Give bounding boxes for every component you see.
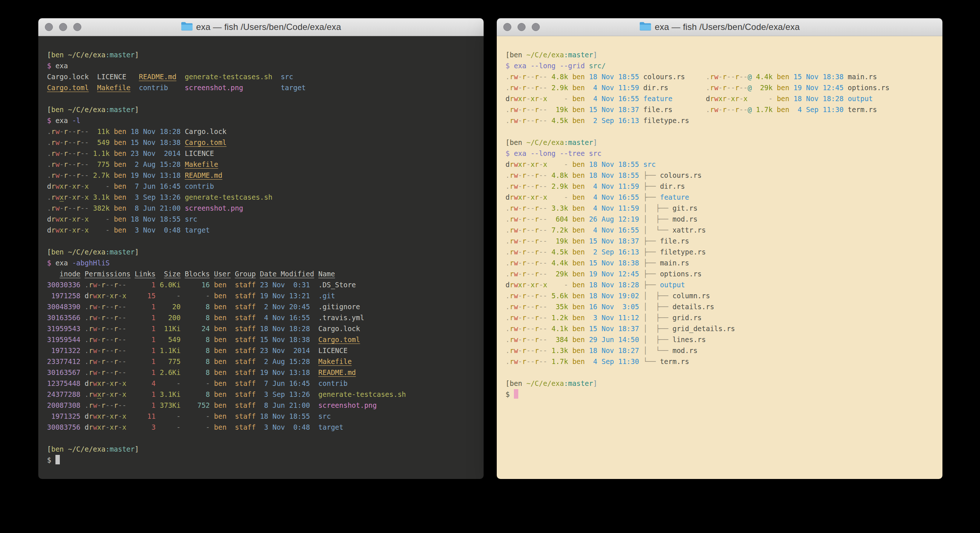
zoom-button[interactable] — [532, 23, 540, 31]
terminal-line: 12375448 drwxr-xr-x 4 - - ben staff 7 Ju… — [47, 378, 475, 389]
terminal-line: $ — [506, 389, 934, 400]
window-title: exa — fish /Users/ben/Code/exa/exa — [196, 22, 341, 32]
terminal-line: 31959544 .rw-r--r-- 1 549 8 ben staff 15… — [47, 334, 475, 345]
terminal-line: drwxr-xr-x - ben 4 Nov 16:55 ├── feature — [506, 191, 934, 203]
terminal-line: .rw-r--r-- 7.2k ben 4 Nov 16:55 │ └── xa… — [506, 225, 934, 235]
terminal-line: .rw-r--r-- 604 ben 26 Aug 12:19 │ ├── mo… — [506, 214, 934, 225]
terminal-line: .rw-r--r-- 4.5k ben 2 Sep 16:13 filetype… — [506, 115, 934, 126]
terminal-line: [ben ~/C/e/exa:master] — [47, 104, 475, 115]
titlebar[interactable]: exa — fish /Users/ben/Code/exa/exa — [497, 18, 942, 36]
terminal-line: .rw-r--r-- 35k ben 16 Nov 3:05 │ ├── det… — [506, 301, 934, 312]
traffic-lights — [503, 23, 540, 31]
terminal-line: .rw-r--r-- 549 ben 15 Nov 18:38 Cargo.to… — [47, 137, 475, 148]
terminal-line: 1971322 .rw-r--r-- 1 1.1Ki 8 ben staff 2… — [47, 345, 475, 356]
text-cursor — [514, 389, 518, 399]
terminal-line: drwxr-xr-x - ben 4 Nov 16:55 feature drw… — [506, 93, 934, 104]
terminal-line: .rw-r--r-- 5.6k ben 18 Nov 19:02 │ ├── c… — [506, 290, 934, 301]
terminal-line: .rw-r--r-- 11k ben 18 Nov 18:28 Cargo.lo… — [47, 126, 475, 137]
terminal-line: [ben ~/C/e/exa:master] — [47, 444, 475, 455]
terminal-line: .rw-r--r-- 775 ben 2 Aug 15:28 Makefile — [47, 159, 475, 170]
terminal-line: drwxr-xr-x - ben 7 Jun 16:45 contrib — [47, 181, 475, 191]
minimize-button[interactable] — [517, 23, 525, 31]
terminal-line: drwxr-xr-x - ben 18 Nov 18:28 ├── output — [506, 279, 934, 290]
terminal-line: drwxr-xr-x - ben 18 Nov 18:55 src — [506, 159, 934, 170]
terminal-line: [ben ~/C/e/exa:master] — [506, 137, 934, 148]
terminal-window-light: exa — fish /Users/ben/Code/exa/exa [ben … — [497, 18, 942, 479]
terminal-line: drwxr-xr-x - ben 3 Nov 0:48 target — [47, 225, 475, 235]
desktop: { "window_title": "exa — fish /Users/ben… — [0, 0, 980, 533]
terminal-line: .rw-r--r-- 4.8k ben 18 Nov 18:55 ├── col… — [506, 170, 934, 181]
terminal-line: Cargo.toml Makefile contrib screenshot.p… — [47, 82, 475, 93]
terminal-line: 30083756 drwxr-xr-x 3 - - ben staff 3 No… — [47, 422, 475, 432]
folder-icon — [181, 22, 192, 32]
terminal-line: $ exa — [47, 60, 475, 71]
folder-icon — [640, 22, 651, 32]
terminal-line: Cargo.lock LICENCE README.md generate-te… — [47, 71, 475, 82]
terminal-line: 20087308 .rw-r--r-- 1 373Ki 752 ben staf… — [47, 400, 475, 411]
terminal-line: 24377288 .rwxr-xr-x 1 3.1Ki 8 ben staff … — [47, 389, 475, 400]
close-button[interactable] — [503, 23, 511, 31]
text-cursor — [56, 455, 60, 464]
terminal-line: .rw-r--r-- 29k ben 19 Nov 12:45 ├── opti… — [506, 268, 934, 279]
terminal-line: 30048390 .rw-r--r-- 1 20 8 ben staff 2 N… — [47, 301, 475, 312]
traffic-lights — [45, 23, 81, 31]
terminal-line: 31959543 .rw-r--r-- 1 11Ki 24 ben staff … — [47, 323, 475, 334]
terminal-line: $ — [47, 455, 475, 466]
terminal-line: .rw-r--r-- 1.3k ben 18 Nov 18:27 │ └── m… — [506, 345, 934, 356]
terminal-line — [47, 432, 475, 444]
terminal-line: drwxr-xr-x - ben 18 Nov 18:55 src — [47, 214, 475, 225]
minimize-button[interactable] — [59, 23, 67, 31]
terminal-line: $ exa --long --grid src/ — [506, 60, 934, 71]
terminal-line: .rw-r--r-- 2.7k ben 19 Nov 13:18 README.… — [47, 170, 475, 181]
terminal-line: 1971325 drwxr-xr-x 11 - - ben staff 18 N… — [47, 411, 475, 422]
terminal-line — [506, 126, 934, 137]
terminal-content-light[interactable]: [ben ~/C/e/exa:master]$ exa --long --gri… — [497, 36, 942, 479]
terminal-line: .rw-r--r-- 1.7k ben 4 Sep 11:30 └── term… — [506, 356, 934, 367]
terminal-line: $ exa --long --tree src — [506, 148, 934, 159]
terminal-line — [506, 367, 934, 378]
terminal-line: .rw-r--r-- 4.8k ben 18 Nov 18:55 colours… — [506, 71, 934, 82]
terminal-line: .rw-r--r-- 4.1k ben 15 Nov 18:37 │ ├── g… — [506, 323, 934, 334]
terminal-line: [ben ~/C/e/exa:master] — [506, 378, 934, 389]
terminal-line: .rw-r--r-- 19k ben 15 Nov 18:37 ├── file… — [506, 235, 934, 246]
terminal-line: 1971258 drwxr-xr-x 15 - - ben staff 19 N… — [47, 290, 475, 301]
terminal-line: 23377412 .rw-r--r-- 1 775 8 ben staff 2 … — [47, 356, 475, 367]
terminal-line: $ exa -abghHliS — [47, 257, 475, 268]
terminal-line — [47, 235, 475, 246]
terminal-line: .rw-r--r-- 382k ben 8 Jun 21:00 screensh… — [47, 203, 475, 214]
terminal-line: [ben ~/C/e/exa:master] — [47, 246, 475, 257]
terminal-line: [ben ~/C/e/exa:master] — [506, 49, 934, 60]
terminal-line: .rw-r--r-- 3.3k ben 4 Nov 11:59 │ ├── gi… — [506, 203, 934, 214]
window-title: exa — fish /Users/ben/Code/exa/exa — [655, 22, 800, 32]
terminal-line: .rw-r--r-- 2.9k ben 4 Nov 11:59 dir.rs .… — [506, 82, 934, 93]
terminal-line: $ exa -l — [47, 115, 475, 126]
terminal-line: 30163567 .rw-r--r-- 1 2.6Ki 8 ben staff … — [47, 367, 475, 378]
terminal-line: 30030336 .rw-r--r-- 1 6.0Ki 16 ben staff… — [47, 279, 475, 290]
close-button[interactable] — [45, 23, 53, 31]
zoom-button[interactable] — [73, 23, 81, 31]
titlebar[interactable]: exa — fish /Users/ben/Code/exa/exa — [38, 18, 484, 36]
terminal-line: 30163566 .rw-r--r-- 1 200 8 ben staff 4 … — [47, 312, 475, 323]
terminal-line: .rw-r--r-- 4.5k ben 2 Sep 16:13 ├── file… — [506, 246, 934, 257]
terminal-line: inode Permissions Links Size Blocks User… — [47, 268, 475, 279]
terminal-line — [47, 93, 475, 104]
terminal-line: .rw-r--r-- 2.9k ben 4 Nov 11:59 ├── dir.… — [506, 181, 934, 191]
terminal-line: .rw-r--r-- 4.4k ben 15 Nov 18:38 ├── mai… — [506, 257, 934, 268]
terminal-line: .rw-r--r-- 384 ben 29 Jun 14:50 │ ├── li… — [506, 334, 934, 345]
terminal-line: .rw-r--r-- 1.2k ben 3 Nov 11:12 │ ├── gr… — [506, 312, 934, 323]
terminal-line: [ben ~/C/e/exa:master] — [47, 49, 475, 60]
terminal-line: .rw-r--r-- 19k ben 15 Nov 18:37 file.rs … — [506, 104, 934, 115]
terminal-content-dark[interactable]: [ben ~/C/e/exa:master]$ exaCargo.lock LI… — [38, 36, 484, 479]
terminal-window-dark: exa — fish /Users/ben/Code/exa/exa [ben … — [38, 18, 484, 479]
terminal-line: .rwxr-xr-x 3.1k ben 3 Sep 13:26 generate… — [47, 191, 475, 203]
terminal-line: .rw-r--r-- 1.1k ben 23 Nov 2014 LICENCE — [47, 148, 475, 159]
